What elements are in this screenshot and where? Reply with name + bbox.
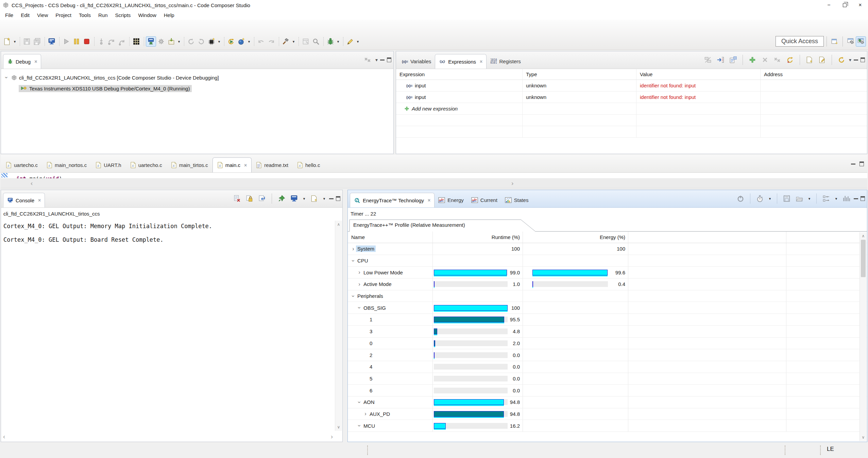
maximize-panel-icon[interactable]: [336, 196, 340, 201]
editor-tab[interactable]: .c main_nortos.c: [42, 157, 91, 172]
pin-console-icon[interactable]: [276, 193, 287, 204]
forward-button[interactable]: [266, 36, 276, 47]
flash-settings-button[interactable]: [345, 36, 355, 47]
view-menu-icon[interactable]: ▾: [849, 57, 851, 62]
expander-icon[interactable]: ›: [351, 246, 356, 252]
editor-tab[interactable]: .c UART.h: [91, 157, 125, 172]
profile-row[interactable]: ›System 100 100: [348, 243, 867, 255]
expander-icon[interactable]: ›: [3, 75, 10, 80]
menu-item[interactable]: Edit: [17, 11, 33, 19]
new-rendering-icon[interactable]: [804, 55, 815, 65]
build-dropdown[interactable]: ▾: [291, 36, 296, 47]
close-window-button[interactable]: ×: [852, 0, 868, 10]
restore-window-button[interactable]: [837, 0, 852, 10]
scroll-down-icon[interactable]: ∨: [860, 435, 867, 440]
power-icon[interactable]: [735, 193, 746, 204]
collapse-all-icon[interactable]: [728, 55, 738, 65]
new-project-button[interactable]: [301, 36, 311, 47]
scroll-lock-icon[interactable]: [244, 193, 255, 204]
editor-horizontal-scrollbar[interactable]: ‹ ›: [1, 178, 867, 188]
tab-registers[interactable]: 1010 0101 Registers: [487, 54, 525, 69]
display-console-dropdown[interactable]: ▾: [302, 193, 307, 204]
debug-tree-probe[interactable]: Texas Instruments XDS110 USB Debug Probe…: [1, 83, 393, 94]
tab-console[interactable]: Console ×: [3, 193, 45, 207]
expander-icon[interactable]: ›: [357, 281, 362, 287]
view-menu-icon[interactable]: ▾: [375, 57, 378, 62]
tab-variables[interactable]: (x)= Variables: [398, 54, 435, 69]
column-value[interactable]: Value: [636, 69, 761, 80]
expander-icon[interactable]: ›: [357, 269, 362, 275]
debug-tree-root[interactable]: › cli_ftd_CC26X2R1_LAUNCHXL_tirtos_ccs […: [1, 72, 393, 83]
scroll-left-icon[interactable]: ‹: [3, 432, 5, 441]
show-type-names-icon[interactable]: [703, 55, 713, 65]
preferences-icon[interactable]: [821, 193, 831, 204]
new-target-config-dropdown[interactable]: ▾: [246, 36, 252, 47]
new-file-dropdown[interactable]: ▾: [12, 36, 17, 47]
tab-energy[interactable]: Energy: [435, 193, 467, 207]
clear-console-icon[interactable]: [232, 193, 242, 204]
profile-row[interactable]: 1 95.5: [348, 314, 867, 326]
maximize-panel-icon[interactable]: [861, 196, 865, 201]
column-address[interactable]: Address: [761, 69, 867, 80]
memory-browser-button[interactable]: [131, 36, 141, 47]
profile-row[interactable]: ›AON 94.8: [348, 396, 867, 408]
remove-all-terminated-icon[interactable]: [363, 55, 373, 65]
profile-row[interactable]: ›Peripherals: [348, 290, 867, 302]
load-program-button[interactable]: [166, 36, 176, 47]
column-name[interactable]: Name: [348, 232, 433, 243]
restart-button[interactable]: [186, 36, 196, 47]
menu-item[interactable]: View: [33, 11, 52, 19]
open-console-icon[interactable]: [309, 193, 319, 204]
minimize-panel-icon[interactable]: [329, 198, 334, 199]
scroll-left-icon[interactable]: ‹: [31, 178, 33, 188]
minimize-panel-icon[interactable]: [854, 198, 858, 199]
connect-target-dropdown[interactable]: ▾: [217, 36, 222, 47]
tab-states[interactable]: States: [501, 193, 532, 207]
minimize-editor-icon[interactable]: [851, 164, 855, 165]
console-view-button[interactable]: [47, 36, 57, 47]
maximize-panel-icon[interactable]: [387, 57, 391, 62]
quick-access-button[interactable]: Quick Access: [776, 36, 824, 47]
expander-icon[interactable]: ›: [356, 400, 362, 405]
expander-icon[interactable]: ›: [350, 293, 356, 299]
editor-tab[interactable]: .c main.c ×: [212, 157, 252, 172]
flash-settings-dropdown[interactable]: ▾: [355, 36, 360, 47]
new-target-config-button[interactable]: [236, 36, 246, 47]
save-profile-icon[interactable]: [782, 193, 792, 204]
console-vertical-scrollbar[interactable]: ∧ ∨: [335, 221, 342, 431]
statistics-icon[interactable]: [841, 193, 851, 204]
open-profile-icon[interactable]: [794, 193, 804, 204]
preferences-dropdown[interactable]: ▾: [834, 193, 839, 204]
edit-expression-icon[interactable]: [817, 55, 827, 65]
profile-row[interactable]: ›AUX_PD 94.8: [348, 408, 867, 420]
profile-row[interactable]: ›Active Mode 1.0 0.4: [348, 278, 867, 290]
menu-item[interactable]: Help: [160, 11, 178, 19]
profile-button[interactable]: [156, 36, 166, 47]
editor-tab[interactable]: .c hello.c: [293, 157, 324, 172]
word-wrap-icon[interactable]: [257, 193, 267, 204]
suspend-button[interactable]: [71, 36, 82, 47]
scroll-up-icon[interactable]: ∧: [860, 234, 867, 238]
back-button[interactable]: [256, 36, 266, 47]
new-file-button[interactable]: [2, 36, 12, 47]
minimize-panel-icon[interactable]: [854, 60, 858, 61]
profile-row[interactable]: 0 2.0: [348, 338, 867, 350]
close-icon[interactable]: ×: [244, 163, 247, 168]
close-icon[interactable]: ×: [38, 198, 41, 203]
step-over-button[interactable]: [106, 36, 117, 47]
menu-item[interactable]: Run: [95, 11, 112, 19]
minimize-window-button[interactable]: −: [821, 0, 837, 10]
column-expression[interactable]: Expression: [396, 69, 523, 80]
scroll-right-icon[interactable]: ›: [331, 432, 333, 441]
import-expressions-icon[interactable]: [715, 55, 726, 65]
save-all-button[interactable]: [32, 36, 42, 47]
tab-energytrace[interactable]: EnergyTrace™ Technology ×: [350, 193, 435, 207]
refresh-target-button[interactable]: [226, 36, 236, 47]
profile-row[interactable]: 5 0.0: [348, 373, 867, 385]
close-icon[interactable]: ×: [34, 59, 37, 64]
maximize-editor-icon[interactable]: [860, 162, 864, 166]
expander-icon[interactable]: ›: [356, 423, 362, 428]
maximize-panel-icon[interactable]: [861, 57, 865, 62]
editor-viewport[interactable]: int main(void): [1, 173, 867, 178]
add-expression-row[interactable]: Add new expression: [396, 103, 867, 115]
